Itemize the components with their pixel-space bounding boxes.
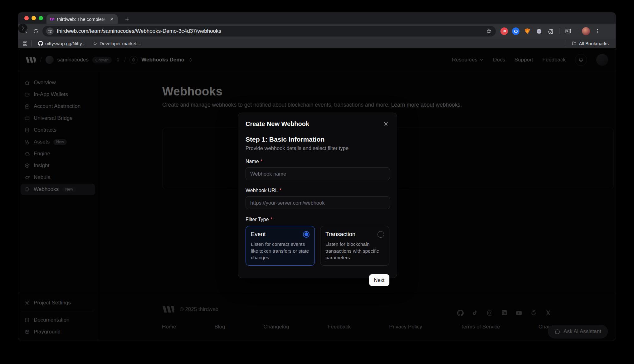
webhook-url-input[interactable] — [246, 196, 390, 209]
close-window-button[interactable] — [24, 16, 29, 20]
name-label: Name* — [246, 159, 389, 164]
browser-profile-avatar[interactable] — [582, 27, 590, 35]
phantom-icon[interactable] — [535, 27, 543, 35]
bookmark-label: Developer marketi... — [100, 41, 141, 46]
side-panel-icon[interactable] — [564, 27, 572, 35]
webhook-url-label: Webhook URL* — [246, 188, 389, 193]
toolbar-divider — [577, 28, 577, 34]
all-bookmarks-button[interactable]: All Bookmarks — [569, 40, 611, 47]
extension-blue-icon[interactable] — [512, 27, 520, 35]
filter-option-title: Transaction — [325, 231, 355, 238]
bookmark-label: niftyswap.gg/Nifty... — [45, 41, 85, 46]
tab-title: thirdweb: The complete web3 — [57, 17, 106, 22]
close-icon[interactable] — [383, 120, 389, 127]
filter-option-description: Listen for blockchain transactions with … — [325, 241, 384, 261]
bookmarks-divider — [565, 40, 565, 46]
create-webhook-modal: Create New Webhook Step 1: Basic Informa… — [238, 113, 397, 278]
zoom-window-button[interactable] — [39, 16, 43, 20]
github-icon — [38, 41, 43, 46]
bookmark-item[interactable]: Developer marketi... — [90, 40, 144, 47]
minimize-window-button[interactable] — [32, 16, 36, 20]
apps-grid-icon[interactable] — [22, 41, 28, 46]
page-content: / saminacodes Growth / Webhooks Demo Res… — [18, 48, 616, 341]
bookmark-star-icon[interactable] — [486, 28, 492, 34]
tab-strip: thirdweb: The complete web3 — [18, 12, 616, 24]
tab-close-icon[interactable] — [109, 16, 115, 22]
bookmarks-divider — [32, 40, 32, 46]
bookmark-item[interactable]: niftyswap.gg/Nifty... — [36, 40, 88, 47]
thirdweb-favicon — [50, 17, 55, 21]
radio-selected-icon[interactable] — [303, 231, 310, 238]
required-asterisk: * — [280, 188, 281, 193]
kebab-menu-icon[interactable] — [593, 27, 602, 35]
site-favicon-icon — [93, 41, 97, 46]
extension-red-icon[interactable] — [500, 27, 508, 35]
radio-unselected-icon[interactable] — [378, 231, 384, 238]
traffic-lights — [24, 16, 43, 20]
bookmarks-bar: niftyswap.gg/Nifty... Developer marketi.… — [18, 39, 616, 48]
browser-window: thirdweb: The complete web3 thirdweb.com… — [18, 12, 616, 341]
required-asterisk: * — [261, 159, 262, 164]
filter-option-description: Listen for contract events like token tr… — [251, 241, 310, 261]
required-asterisk: * — [270, 217, 272, 222]
folder-icon — [572, 41, 577, 46]
url-text: thirdweb.com/team/saminacodes/Webhooks-D… — [57, 28, 483, 34]
next-button[interactable]: Next — [369, 274, 389, 286]
site-settings-icon[interactable] — [46, 27, 54, 35]
step-title: Step 1: Basic Information — [246, 136, 389, 143]
filter-option-transaction[interactable]: Transaction Listen for blockchain transa… — [320, 226, 389, 266]
browser-toolbar: thirdweb.com/team/saminacodes/Webhooks-D… — [18, 24, 616, 39]
all-bookmarks-label: All Bookmarks — [579, 41, 609, 46]
filter-type-label: Filter Type* — [246, 217, 389, 222]
filter-option-title: Event — [251, 231, 266, 238]
webhook-name-input[interactable] — [246, 167, 390, 180]
forward-button[interactable] — [18, 24, 27, 33]
toolbar-divider — [559, 28, 559, 34]
metamask-icon[interactable] — [523, 27, 531, 35]
extensions-row — [500, 27, 602, 35]
filter-option-event[interactable]: Event Listen for contract events like to… — [246, 226, 315, 266]
reload-button[interactable] — [31, 27, 41, 36]
extensions-puzzle-icon[interactable] — [546, 27, 554, 35]
new-tab-button[interactable] — [123, 15, 131, 23]
step-subtitle: Provide webhook details and select filte… — [246, 145, 389, 151]
address-bar[interactable]: thirdweb.com/team/saminacodes/Webhooks-D… — [42, 26, 496, 36]
modal-title: Create New Webhook — [246, 120, 309, 128]
browser-tab[interactable]: thirdweb: The complete web3 — [46, 14, 118, 24]
